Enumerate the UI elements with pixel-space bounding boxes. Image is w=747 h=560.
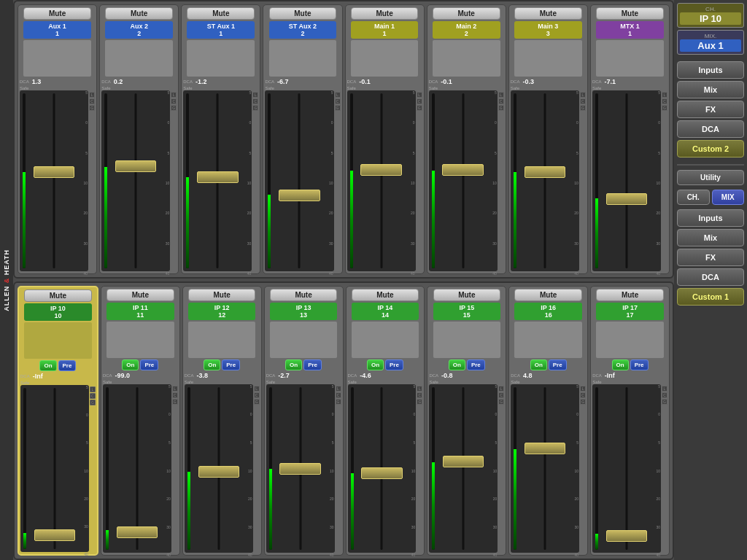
sidebar-bottom-nav-inputs[interactable]: Inputs bbox=[677, 209, 744, 227]
fader-track[interactable]: 50510203040 bbox=[429, 384, 498, 553]
fader-track[interactable]: 50510203040 bbox=[429, 90, 498, 271]
on-button[interactable]: On bbox=[122, 359, 139, 370]
fader-track[interactable]: 50510203040 bbox=[20, 90, 88, 271]
fader-handle[interactable] bbox=[525, 166, 565, 178]
mute-button[interactable]: Mute bbox=[596, 289, 664, 301]
mute-button[interactable]: Mute bbox=[514, 7, 582, 20]
fader-handle[interactable] bbox=[115, 160, 156, 172]
mute-button[interactable]: Mute bbox=[433, 7, 500, 20]
sidebar-bottom-nav-fx[interactable]: FX bbox=[677, 249, 744, 266]
fader-area: 50510203040LCG bbox=[103, 384, 178, 553]
channel-strip-main-1: MuteMain 11DCA-0.1Safe50510203040LCG bbox=[345, 4, 425, 274]
fader-track[interactable]: 50510203040 bbox=[266, 384, 335, 553]
on-button[interactable]: On bbox=[612, 359, 629, 370]
fader-handle[interactable] bbox=[606, 193, 647, 205]
sidebar-top-nav-dca[interactable]: DCA bbox=[677, 120, 744, 138]
dca-row: DCA-Inf bbox=[20, 373, 96, 380]
dca-row: DCA-6.7 bbox=[265, 78, 340, 85]
mute-button[interactable]: Mute bbox=[187, 7, 255, 20]
sidebar-top-nav-inputs[interactable]: Inputs bbox=[677, 61, 744, 79]
fader-handle[interactable] bbox=[198, 466, 239, 478]
on-button[interactable]: On bbox=[39, 360, 56, 371]
fader-track[interactable]: 50510203040 bbox=[592, 90, 661, 271]
mute-button[interactable]: Mute bbox=[107, 289, 174, 301]
dca-row: DCA-0.1 bbox=[347, 78, 422, 85]
sidebar-bottom-nav-dca[interactable]: DCA bbox=[677, 268, 744, 286]
sidebar-top-nav-fx[interactable]: FX bbox=[677, 101, 744, 118]
fader-area: 50510203040LCG bbox=[20, 90, 95, 271]
onpre-row: OnPre bbox=[185, 359, 260, 370]
fader-handle[interactable] bbox=[34, 529, 75, 541]
channel-label: IP 1515 bbox=[433, 303, 501, 320]
lcg-indicators: LCG bbox=[580, 90, 586, 271]
lcg-dot-c: C bbox=[662, 392, 667, 398]
pre-button[interactable]: Pre bbox=[630, 359, 649, 370]
fader-handle[interactable] bbox=[279, 190, 320, 201]
mute-button[interactable]: Mute bbox=[105, 7, 173, 20]
lcg-indicators: LCG bbox=[662, 90, 667, 271]
fader-track[interactable]: 50510203040 bbox=[347, 90, 416, 271]
fader-handle[interactable] bbox=[525, 443, 565, 454]
fader-track[interactable]: 50510203040 bbox=[101, 90, 170, 271]
on-button[interactable]: On bbox=[367, 359, 384, 370]
mute-button[interactable]: Mute bbox=[269, 7, 337, 20]
mix-button-active[interactable]: MIX bbox=[712, 190, 745, 205]
on-button[interactable]: On bbox=[530, 359, 547, 370]
pre-button[interactable]: Pre bbox=[58, 360, 77, 371]
dca-row: DCA-0.3 bbox=[511, 78, 586, 85]
fader-track[interactable]: 50510203040 bbox=[103, 384, 171, 553]
fader-area: 50510203040LCG bbox=[266, 384, 341, 553]
lcg-dot-l: L bbox=[417, 386, 422, 392]
mute-button[interactable]: Mute bbox=[514, 289, 582, 301]
ch-button[interactable]: CH. bbox=[677, 190, 710, 205]
fader-handle[interactable] bbox=[197, 171, 238, 183]
fader-handle[interactable] bbox=[606, 530, 647, 542]
pre-button[interactable]: Pre bbox=[303, 359, 322, 370]
pre-button[interactable]: Pre bbox=[549, 359, 567, 370]
on-button[interactable]: On bbox=[285, 359, 302, 370]
lcg-dot-c: C bbox=[89, 98, 95, 104]
fader-handle[interactable] bbox=[361, 467, 402, 479]
brand-ampersand: & bbox=[3, 277, 10, 283]
channel-label: IP 1212 bbox=[188, 303, 256, 320]
lcg-indicators: LCG bbox=[335, 90, 341, 271]
mute-button[interactable]: Mute bbox=[24, 289, 92, 302]
fader-handle[interactable] bbox=[360, 164, 401, 176]
pre-button[interactable]: Pre bbox=[385, 359, 403, 370]
fader-track[interactable]: 50510203040 bbox=[20, 385, 89, 552]
fader-handle[interactable] bbox=[34, 166, 74, 178]
mute-button[interactable]: Mute bbox=[433, 289, 501, 301]
fader-handle[interactable] bbox=[279, 463, 320, 475]
pre-button[interactable]: Pre bbox=[222, 359, 240, 370]
sidebar-top-nav-custom-2[interactable]: Custom 2 bbox=[677, 140, 744, 158]
pre-button[interactable]: Pre bbox=[140, 359, 158, 370]
fader-handle[interactable] bbox=[443, 456, 484, 467]
mute-button[interactable]: Mute bbox=[270, 289, 338, 301]
mute-button[interactable]: Mute bbox=[352, 289, 419, 301]
utility-button[interactable]: Utility bbox=[677, 170, 744, 185]
fader-track[interactable]: 50510203040 bbox=[511, 90, 579, 271]
lcg-dot-g: G bbox=[90, 400, 96, 405]
pre-button[interactable]: Pre bbox=[467, 359, 485, 370]
fader-track[interactable]: 50510203040 bbox=[265, 90, 333, 271]
mute-button[interactable]: Mute bbox=[351, 7, 419, 20]
fader-track[interactable]: 50510203040 bbox=[348, 384, 417, 553]
on-button[interactable]: On bbox=[449, 359, 465, 370]
fader-track[interactable]: 50510203040 bbox=[183, 90, 252, 271]
fader-handle[interactable] bbox=[442, 164, 483, 176]
mute-button[interactable]: Mute bbox=[596, 7, 664, 20]
fader-handle[interactable] bbox=[117, 526, 158, 538]
lcg-dot-l: L bbox=[172, 386, 178, 392]
sidebar-bottom-nav-custom-1[interactable]: Custom 1 bbox=[677, 288, 744, 306]
lcg-indicators: LCG bbox=[417, 90, 422, 271]
mute-button[interactable]: Mute bbox=[23, 7, 91, 20]
sidebar-bottom-nav-mix[interactable]: Mix bbox=[677, 229, 744, 246]
on-button[interactable]: On bbox=[204, 359, 220, 370]
lcg-dot-l: L bbox=[252, 92, 258, 98]
mute-button[interactable]: Mute bbox=[188, 289, 256, 301]
fader-track[interactable]: 50510203040 bbox=[185, 384, 253, 553]
sidebar-top-nav-mix[interactable]: Mix bbox=[677, 81, 744, 98]
fader-track[interactable]: 50510203040 bbox=[592, 384, 661, 553]
fader-track[interactable]: 50510203040 bbox=[511, 384, 579, 553]
lcg-dot-l: L bbox=[498, 92, 504, 98]
